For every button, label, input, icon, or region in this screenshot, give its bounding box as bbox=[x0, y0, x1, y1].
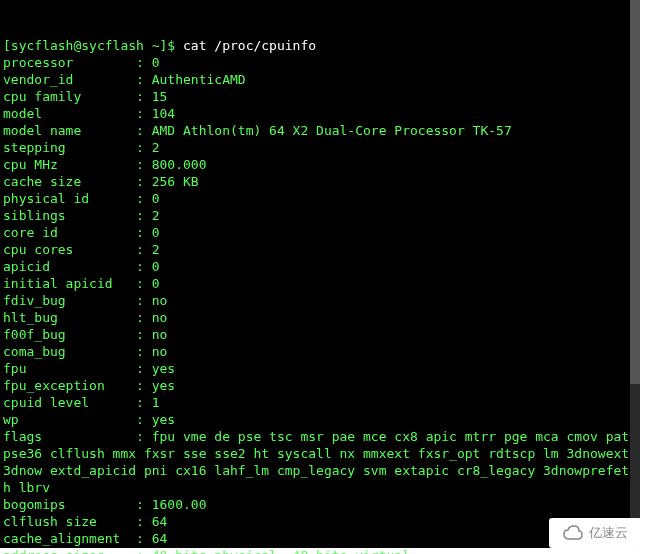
cpuinfo-line: cpuid level : 1 bbox=[3, 394, 637, 411]
cpuinfo-line: coma_bug : no bbox=[3, 343, 637, 360]
cpuinfo-line: model name : AMD Athlon(tm) 64 X2 Dual-C… bbox=[3, 122, 637, 139]
cloud-icon bbox=[563, 525, 583, 541]
cpuinfo-line: fpu_exception : yes bbox=[3, 377, 637, 394]
cpuinfo-line: vendor_id : AuthenticAMD bbox=[3, 71, 637, 88]
terminal-window[interactable]: [sycflash@sycflash ~]$ cat /proc/cpuinfo… bbox=[0, 0, 640, 548]
cpuinfo-line: address sizes : 40 bits physical, 48 bit… bbox=[3, 547, 637, 554]
cpuinfo-line: core id : 0 bbox=[3, 224, 637, 241]
prompt-line: [sycflash@sycflash ~]$ cat /proc/cpuinfo bbox=[3, 37, 637, 54]
scrollbar-track[interactable] bbox=[630, 0, 640, 548]
cpuinfo-line: model : 104 bbox=[3, 105, 637, 122]
cpuinfo-line: siblings : 2 bbox=[3, 207, 637, 224]
cpuinfo-line: hlt_bug : no bbox=[3, 309, 637, 326]
cpuinfo-line: apicid : 0 bbox=[3, 258, 637, 275]
cpuinfo-line: cache_alignment : 64 bbox=[3, 530, 637, 547]
prompt-command: cat /proc/cpuinfo bbox=[183, 38, 316, 53]
prompt-user-host: [sycflash@sycflash ~]$ bbox=[3, 38, 183, 53]
watermark-badge: 亿速云 bbox=[549, 518, 642, 548]
cpuinfo-line: physical id : 0 bbox=[3, 190, 637, 207]
cpuinfo-line: cpu MHz : 800.000 bbox=[3, 156, 637, 173]
terminal-output: [sycflash@sycflash ~]$ cat /proc/cpuinfo… bbox=[3, 37, 637, 554]
cpuinfo-line: cpu cores : 2 bbox=[3, 241, 637, 258]
cpuinfo-line: cpu family : 15 bbox=[3, 88, 637, 105]
cpuinfo-line: processor : 0 bbox=[3, 54, 637, 71]
watermark-text: 亿速云 bbox=[589, 524, 628, 542]
cpuinfo-line: f00f_bug : no bbox=[3, 326, 637, 343]
cpuinfo-line: wp : yes bbox=[3, 411, 637, 428]
cpuinfo-line: stepping : 2 bbox=[3, 139, 637, 156]
cpuinfo-line: clflush size : 64 bbox=[3, 513, 637, 530]
cpuinfo-line: initial apicid : 0 bbox=[3, 275, 637, 292]
cpuinfo-line: fdiv_bug : no bbox=[3, 292, 637, 309]
cpuinfo-line: cache size : 256 KB bbox=[3, 173, 637, 190]
scrollbar-thumb[interactable] bbox=[630, 0, 640, 384]
cpuinfo-line: flags : fpu vme de pse tsc msr pae mce c… bbox=[3, 428, 637, 496]
cpuinfo-line: bogomips : 1600.00 bbox=[3, 496, 637, 513]
cpuinfo-line: fpu : yes bbox=[3, 360, 637, 377]
